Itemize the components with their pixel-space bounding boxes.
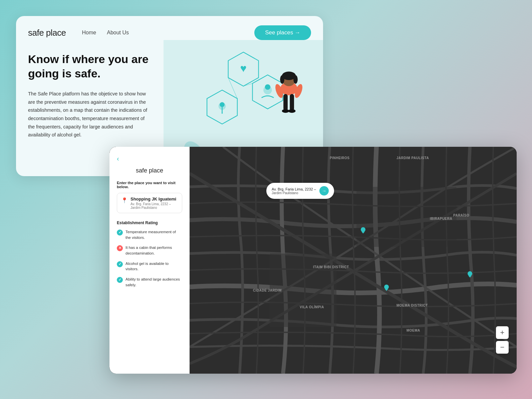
place-pin-icon: 📍 xyxy=(121,197,128,204)
map-background: PINHEIROS JARDIM PAULISTA IBIRAPUERA PAR… xyxy=(190,147,517,374)
zoom-out-button[interactable]: − xyxy=(496,341,509,354)
zoom-controls: + − xyxy=(496,326,509,354)
map-roads-svg xyxy=(190,147,517,374)
rating-item-4: ✓ Ability to attend large audiences safe… xyxy=(117,277,182,288)
nav-about[interactable]: About Us xyxy=(107,30,129,36)
rating-title: Establishment Rating xyxy=(117,221,182,225)
hero-title: Know if where you are going is safe. xyxy=(28,52,152,80)
svg-rect-19 xyxy=(283,94,288,111)
svg-point-16 xyxy=(293,75,298,83)
svg-rect-20 xyxy=(290,94,294,111)
rating-text-3: Alcohol gel is available to visitors. xyxy=(125,261,182,272)
svg-point-4 xyxy=(265,84,270,90)
nav-left: safe place Home About Us xyxy=(28,28,129,38)
place-name: Shopping JK Iguatemi xyxy=(130,196,178,202)
search-bubble[interactable]: Av. Brg. Faria Lima, 2232 – Jardim Pauli… xyxy=(266,183,334,199)
svg-text:♥: ♥ xyxy=(240,62,246,74)
bubble-text: Av. Brg. Faria Lima, 2232 – Jardim Pauli… xyxy=(272,187,316,195)
svg-point-7 xyxy=(220,102,225,107)
map-pin-3[interactable] xyxy=(468,271,472,276)
rating-item-3: ✓ Alcohol gel is available to visitors. xyxy=(117,261,182,272)
svg-rect-29 xyxy=(356,187,457,247)
map-area: PINHEIROS JARDIM PAULISTA IBIRAPUERA PAR… xyxy=(190,147,517,374)
rating-text-1: Temperature measurement of the visitors. xyxy=(125,229,182,240)
hero-description: The Safe Place platform has the objeticv… xyxy=(28,90,152,139)
place-box[interactable]: 📍 Shopping JK Iguatemi Av. Brg. Faria Li… xyxy=(117,193,182,213)
sidebar-logo: safe place xyxy=(117,167,182,174)
svg-point-15 xyxy=(280,75,284,83)
check-icon-4: ✓ xyxy=(117,277,123,283)
map-card: ‹ safe place Enter the place you want to… xyxy=(109,147,517,374)
map-sidebar: ‹ safe place Enter the place you want to… xyxy=(109,147,190,374)
svg-line-11 xyxy=(228,78,237,99)
see-places-button[interactable]: See places → xyxy=(254,25,311,40)
cross-icon-2: ✕ xyxy=(117,245,123,251)
nav-home[interactable]: Home xyxy=(82,30,96,36)
nav-links: Home About Us xyxy=(82,30,129,36)
rating-text-2: It has a cabin that performs decontamina… xyxy=(125,245,182,256)
rating-item-2: ✕ It has a cabin that performs decontami… xyxy=(117,245,182,256)
check-icon-1: ✓ xyxy=(117,230,123,236)
svg-point-22 xyxy=(288,109,295,113)
rating-text-4: Ability to attend large audiences safely… xyxy=(125,277,182,288)
svg-point-9 xyxy=(221,112,223,114)
place-address: Av. Brg. Faria Lima, 2232 – Jardim Pauli… xyxy=(130,202,178,210)
svg-rect-28 xyxy=(270,254,336,327)
bubble-arrow-icon[interactable]: → xyxy=(319,186,329,195)
map-pin-2[interactable] xyxy=(384,285,389,289)
navbar: safe place Home About Us See places → xyxy=(16,16,323,40)
logo: safe place xyxy=(28,28,66,38)
map-pin-1[interactable] xyxy=(361,227,365,232)
place-info: Shopping JK Iguatemi Av. Brg. Faria Lima… xyxy=(130,196,178,210)
svg-point-21 xyxy=(282,109,289,113)
zoom-in-button[interactable]: + xyxy=(496,326,509,339)
check-icon-3: ✓ xyxy=(117,261,123,267)
sidebar-input-label: Enter the place you want to visit below. xyxy=(117,181,182,189)
rating-item-1: ✓ Temperature measurement of the visitor… xyxy=(117,229,182,240)
back-button[interactable]: ‹ xyxy=(117,155,182,162)
